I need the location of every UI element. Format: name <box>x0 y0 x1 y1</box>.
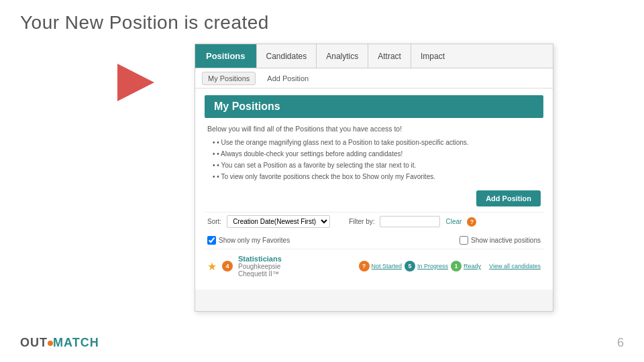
not-started-count: ? <box>359 261 370 272</box>
in-progress-link[interactable]: In Progress <box>417 263 448 269</box>
add-btn-container: Add Position <box>205 188 543 212</box>
sub-nav-add-position[interactable]: Add Position <box>261 72 315 85</box>
bullet-item: • You can set a Position as a favorite b… <box>210 160 543 171</box>
in-progress-count: 5 <box>405 261 415 272</box>
not-started-link[interactable]: Not Started <box>372 263 402 269</box>
bullet-item: • Always double-check your settings befo… <box>210 148 543 160</box>
content-area: My Positions Below you will find all of … <box>195 88 553 290</box>
logo-dot <box>48 341 53 346</box>
logo-area: OUTMATCH <box>20 336 99 350</box>
position-row: ★ 4 Statisticians Poughkeepsie Chequetit… <box>205 249 543 283</box>
candidate-badges: ? Not Started 5 In Progress 1 Ready View… <box>359 261 541 272</box>
sort-select[interactable]: Creation Date(Newest First) <box>227 215 330 228</box>
bullet-item: • To view only favorite positions check … <box>210 171 543 182</box>
position-location: Poughkeepsie <box>238 263 354 270</box>
position-title[interactable]: Statisticians <box>238 255 354 263</box>
help-badge: ? <box>467 217 476 227</box>
logo-out: OUT <box>20 336 48 349</box>
ready-link[interactable]: Ready <box>464 263 481 269</box>
not-started-badge: ? Not Started <box>359 261 402 272</box>
bullet-list: • Use the orange magnifying glass next t… <box>205 137 543 182</box>
show-favorites-checkbox[interactable] <box>207 236 216 245</box>
sort-row: Sort: Creation Date(Newest First) Filter… <box>205 212 543 231</box>
nav-candidates[interactable]: Candidates <box>256 44 317 68</box>
nav-positions[interactable]: Positions <box>195 44 256 68</box>
position-sub-location: Chequetit II™ <box>238 270 354 278</box>
nav-impact[interactable]: Impact <box>411 44 454 68</box>
screenshot-frame: Positions Candidates Analytics Attract I… <box>195 44 553 312</box>
page-title: Your New Position is created <box>20 12 269 34</box>
star-icon[interactable]: ★ <box>207 260 217 273</box>
add-position-button[interactable]: Add Position <box>476 190 541 206</box>
ready-count: 1 <box>451 261 462 272</box>
clear-link[interactable]: Clear <box>445 218 462 225</box>
filter-input[interactable] <box>380 216 440 227</box>
position-badge: 4 <box>222 261 233 272</box>
logo: OUTMATCH <box>20 336 99 349</box>
nav-attract[interactable]: Attract <box>368 44 411 68</box>
filter-label: Filter by: <box>349 218 374 225</box>
top-nav: Positions Candidates Analytics Attract I… <box>195 44 553 68</box>
checkbox-row: Show only my Favorites Show inactive pos… <box>205 235 543 246</box>
position-info: Statisticians Poughkeepsie Chequetit II™ <box>238 255 354 278</box>
view-candidates-link[interactable]: View all candidates <box>489 263 541 269</box>
arrow-indicator <box>117 64 154 104</box>
logo-match: MATCH <box>53 336 99 349</box>
intro-text: Below you will find all of the Positions… <box>205 125 543 133</box>
show-inactive-label: Show inactive positions <box>471 237 541 244</box>
sub-nav-my-positions[interactable]: My Positions <box>202 72 256 85</box>
show-inactive-checkbox[interactable] <box>460 236 468 245</box>
nav-analytics[interactable]: Analytics <box>316 44 368 68</box>
page-number: 6 <box>617 336 624 350</box>
sort-label: Sort: <box>207 218 221 225</box>
sub-nav: My Positions Add Position <box>195 68 553 88</box>
show-favorites-label: Show only my Favorites <box>219 237 290 244</box>
in-progress-badge: 5 In Progress <box>405 261 448 272</box>
section-header: My Positions <box>205 95 543 118</box>
ready-badge: 1 Ready <box>451 261 481 272</box>
bullet-item: • Use the orange magnifying glass next t… <box>210 137 543 148</box>
